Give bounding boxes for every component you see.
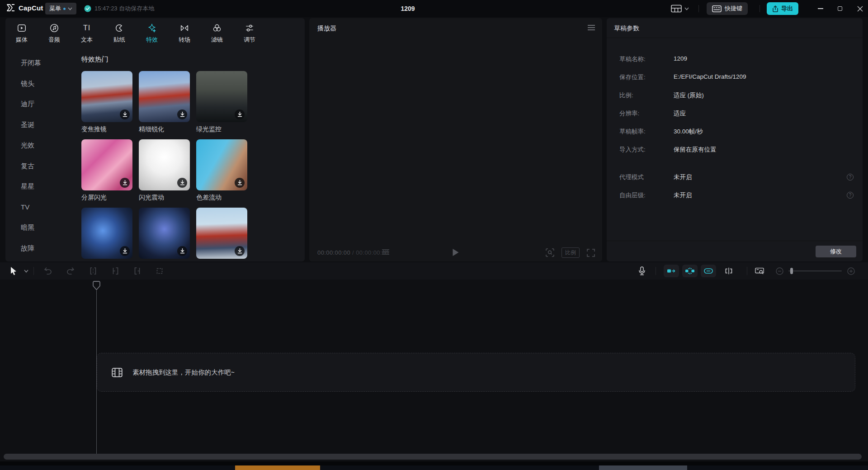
tab-transition[interactable]: 转场 xyxy=(168,18,201,46)
effect-thumbnail[interactable] xyxy=(139,139,190,190)
effect-thumbnail[interactable] xyxy=(81,208,132,259)
tab-text[interactable]: TI 文本 xyxy=(71,18,103,46)
media-dropzone[interactable]: 素材拖拽到这里，开始你的大作吧~ xyxy=(97,353,855,392)
effect-card[interactable]: 蓝光扫描 xyxy=(81,208,132,261)
minimize-button[interactable] xyxy=(813,0,828,17)
download-icon[interactable] xyxy=(177,109,187,119)
effect-thumbnail[interactable] xyxy=(196,208,247,259)
category-item[interactable]: 故障 xyxy=(5,238,74,259)
tab-audio[interactable]: 音频 xyxy=(38,18,71,46)
field-value: 适应 (原始) xyxy=(674,91,704,100)
effects-browser: 开闭幕 镜头 迪厅 圣诞 光效 复古 星星 TV 暗黑 故障 扭曲 特效热门 xyxy=(5,46,305,261)
fullscreen-icon[interactable] xyxy=(587,249,595,257)
player-menu-icon[interactable] xyxy=(588,25,595,30)
download-icon[interactable] xyxy=(177,178,187,188)
delete-right-icon[interactable] xyxy=(133,266,142,275)
effect-card[interactable]: 光谱扫描 xyxy=(139,208,190,261)
tab-filter[interactable]: 滤镜 xyxy=(201,18,233,46)
category-item[interactable]: 镜头 xyxy=(5,73,74,94)
effect-label: 精细锐化 xyxy=(139,125,190,133)
frame-list-icon[interactable] xyxy=(382,249,390,255)
effect-thumbnail[interactable] xyxy=(196,71,247,122)
player-header: 播放器 xyxy=(309,18,602,38)
effect-card[interactable]: 变焦推镜 xyxy=(81,71,132,133)
category-item[interactable]: TV xyxy=(5,197,74,218)
taskbar-sliver xyxy=(0,461,868,470)
zoom-in-icon[interactable] xyxy=(846,266,855,275)
download-icon[interactable] xyxy=(235,109,245,119)
effect-card[interactable]: 精细锐化 xyxy=(139,71,190,133)
timeline-zoom-slider[interactable] xyxy=(788,271,842,271)
category-item[interactable]: 复古 xyxy=(5,156,74,176)
record-voice-icon[interactable] xyxy=(637,266,646,275)
category-item[interactable]: 星星 xyxy=(5,176,74,197)
info-icon[interactable]: ? xyxy=(847,174,854,180)
main-track-magnet-toggle[interactable] xyxy=(664,265,679,277)
modify-button[interactable]: 修改 xyxy=(816,246,856,257)
layout-switcher[interactable] xyxy=(671,0,689,17)
tab-effects[interactable]: 特效 xyxy=(136,18,168,46)
horizontal-scrollbar[interactable] xyxy=(4,454,862,460)
crop-icon[interactable] xyxy=(155,266,164,275)
cursor-chevron-down-icon[interactable] xyxy=(22,266,31,275)
effect-card[interactable]: 表面模糊 xyxy=(196,208,247,261)
export-icon xyxy=(772,5,778,12)
download-icon[interactable] xyxy=(120,109,130,119)
export-button[interactable]: 导出 xyxy=(767,2,798,15)
window-title: 1209 xyxy=(401,5,415,12)
taskbar-gray-segment xyxy=(599,465,687,470)
tab-adjust[interactable]: 调节 xyxy=(233,18,266,46)
category-item[interactable]: 光效 xyxy=(5,135,74,156)
timeline-area[interactable]: 素材拖拽到这里，开始你的大作吧~ xyxy=(0,280,868,461)
effect-card[interactable]: 分屏闪光 xyxy=(81,139,132,202)
category-item[interactable]: 暗黑 xyxy=(5,217,74,238)
download-icon[interactable] xyxy=(177,246,187,256)
category-item[interactable]: 迪厅 xyxy=(5,94,74,114)
effect-thumbnail[interactable] xyxy=(196,139,247,190)
close-button[interactable] xyxy=(852,0,868,17)
effect-card[interactable]: 绿光监控 xyxy=(196,71,247,133)
download-icon[interactable] xyxy=(235,246,245,256)
maximize-button[interactable] xyxy=(832,0,848,17)
field-value: 1209 xyxy=(674,55,687,62)
info-icon[interactable]: ? xyxy=(847,192,854,199)
shortcut-keys-label: 快捷键 xyxy=(725,5,742,13)
download-icon[interactable] xyxy=(120,246,130,256)
category-item[interactable]: 开闭幕 xyxy=(5,52,74,73)
select-cursor-button[interactable] xyxy=(9,266,18,275)
tab-media[interactable]: 媒体 xyxy=(5,18,38,46)
effect-thumbnail[interactable] xyxy=(81,139,132,190)
effect-card[interactable]: 闪光震动 xyxy=(139,139,190,202)
category-item[interactable]: 扭曲 xyxy=(5,258,74,261)
ratio-button[interactable]: 比例 xyxy=(561,247,580,258)
category-item[interactable]: 圣诞 xyxy=(5,114,74,135)
playhead-handle[interactable] xyxy=(93,281,100,290)
download-icon[interactable] xyxy=(235,178,245,188)
menu-button[interactable]: 菜单 xyxy=(45,3,76,14)
zoom-out-icon[interactable] xyxy=(775,266,784,275)
timeline-zoom-handle[interactable] xyxy=(790,268,793,274)
asset-tabs: 媒体 音频 TI 文本 贴纸 特效 xyxy=(5,18,305,46)
preview-quality-icon[interactable] xyxy=(546,248,554,257)
effect-card[interactable]: 色差流动 xyxy=(196,139,247,202)
draft-params-footer: 修改 xyxy=(607,241,863,261)
field-label: 代理模式 xyxy=(619,173,644,181)
player-title: 播放器 xyxy=(317,24,336,33)
chevron-down-icon xyxy=(684,7,689,10)
timeline-fit-icon[interactable] xyxy=(755,266,764,275)
download-icon[interactable] xyxy=(120,178,130,188)
play-button[interactable] xyxy=(453,249,459,256)
effect-thumbnail[interactable] xyxy=(81,71,132,122)
tab-sticker[interactable]: 贴纸 xyxy=(103,18,136,46)
effect-thumbnail[interactable] xyxy=(139,208,190,259)
undo-icon[interactable] xyxy=(43,266,52,275)
redo-icon[interactable] xyxy=(66,266,75,275)
auto-snap-toggle[interactable] xyxy=(682,265,698,277)
effect-thumbnail[interactable] xyxy=(139,71,190,122)
shortcut-keys-button[interactable]: 快捷键 xyxy=(707,2,748,15)
timeline-toolbar xyxy=(0,262,868,280)
split-icon[interactable] xyxy=(89,266,98,275)
linkage-toggle[interactable] xyxy=(701,265,716,277)
preview-axis-icon[interactable] xyxy=(724,266,733,275)
delete-left-icon[interactable] xyxy=(111,266,120,275)
